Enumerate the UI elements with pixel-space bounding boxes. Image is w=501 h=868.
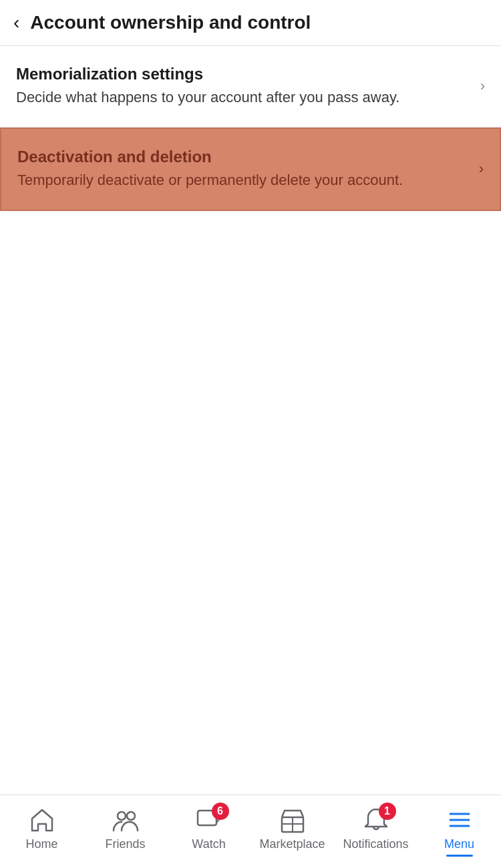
deactivation-title: Deactivation and deletion (17, 148, 471, 166)
nav-label-home: Home (25, 837, 57, 851)
content-area: Memorialization settings Decide what hap… (0, 46, 501, 211)
bottom-nav: Home Friends 6 Watch (0, 795, 501, 868)
svg-point-1 (127, 812, 135, 820)
nav-label-marketplace: Marketplace (259, 837, 325, 851)
nav-label-friends: Friends (105, 837, 145, 851)
chevron-right-icon: › (480, 77, 485, 95)
watch-icon: 6 (194, 805, 224, 835)
memorialization-desc: Decide what happens to your account afte… (16, 87, 472, 108)
nav-label-notifications: Notifications (343, 837, 408, 851)
memorialization-text: Memorialization settings Decide what hap… (16, 65, 472, 108)
deactivation-item[interactable]: Deactivation and deletion Temporarily de… (0, 128, 501, 211)
notifications-badge: 1 (379, 803, 396, 820)
marketplace-icon (278, 805, 307, 835)
watch-badge: 6 (212, 803, 229, 820)
svg-point-0 (118, 812, 126, 820)
back-button[interactable]: ‹ (13, 13, 19, 32)
memorialization-title: Memorialization settings (16, 65, 472, 83)
nav-item-menu[interactable]: Menu (418, 805, 501, 851)
friends-icon (111, 805, 140, 835)
notifications-icon: 1 (361, 805, 391, 835)
page-title: Account ownership and control (30, 12, 311, 33)
menu-icon (445, 805, 474, 835)
nav-item-friends[interactable]: Friends (84, 805, 167, 851)
nav-label-menu: Menu (444, 837, 474, 851)
deactivation-text: Deactivation and deletion Temporarily de… (17, 148, 471, 191)
header: ‹ Account ownership and control (0, 0, 501, 46)
home-icon (27, 805, 57, 835)
deactivation-desc: Temporarily deactivate or permanently de… (17, 170, 471, 191)
nav-item-watch[interactable]: 6 Watch (167, 805, 251, 851)
nav-item-home[interactable]: Home (0, 805, 84, 851)
nav-label-watch: Watch (192, 837, 225, 851)
nav-item-notifications[interactable]: 1 Notifications (334, 805, 418, 851)
nav-item-marketplace[interactable]: Marketplace (251, 805, 334, 851)
memorialization-item[interactable]: Memorialization settings Decide what hap… (0, 46, 501, 128)
chevron-right-icon-2: › (479, 160, 484, 178)
